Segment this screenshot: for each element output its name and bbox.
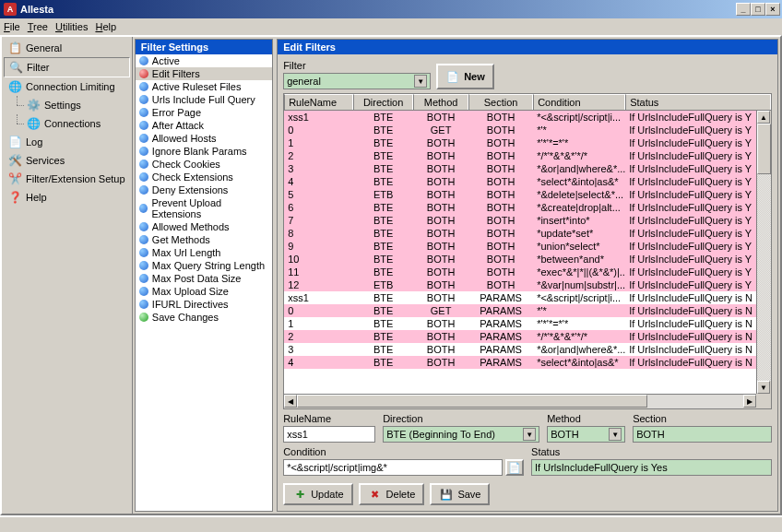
maximize-button[interactable]: □	[751, 3, 765, 16]
col-condition[interactable]: Condition	[533, 94, 625, 110]
filter-item-edit-filters[interactable]: Edit Filters	[136, 67, 272, 80]
table-row[interactable]: 1BTEBOTHPARAMS*'*'*=*'*If UrlsIncludeFul…	[284, 317, 756, 330]
table-row[interactable]: 12ETBBOTHBOTH*&var|num|substr|...If Urls…	[284, 278, 756, 291]
nav-item-help[interactable]: ❓Help	[4, 188, 130, 207]
hscroll-thumb[interactable]	[297, 395, 647, 408]
cell-method: BOTH	[413, 162, 468, 175]
window-title: Allesta	[17, 4, 736, 15]
cell-method: BOTH	[413, 330, 468, 343]
filter-item-after-attack[interactable]: After Attack	[136, 119, 272, 132]
scroll-up-icon[interactable]: ▲	[757, 111, 770, 124]
scroll-down-icon[interactable]: ▼	[757, 381, 770, 394]
menu-file[interactable]: File	[4, 21, 20, 32]
col-direction[interactable]: Direction	[353, 94, 413, 110]
nav-item-connections[interactable]: 🌐Connections	[4, 114, 130, 133]
nav-item-filter[interactable]: 🔍Filter	[4, 57, 130, 77]
cell-direction: BTE	[353, 253, 413, 266]
filter-item-active[interactable]: Active	[136, 54, 272, 67]
filter-item-check-extensions[interactable]: Check Extensions	[136, 171, 272, 183]
table-row[interactable]: 9BTEBOTHBOTH*union*select*If UrlsInclude…	[284, 240, 756, 253]
filter-item-get-methods[interactable]: Get Methods	[136, 233, 272, 246]
save-button[interactable]: 💾Save	[430, 483, 490, 505]
condition-input[interactable]: *<&script|/script|img&*	[283, 459, 503, 476]
cell-status: If UrlsIncludeFullQuery is N	[625, 291, 756, 304]
col-section[interactable]: Section	[468, 94, 533, 110]
hscroll-track[interactable]	[647, 395, 743, 408]
table-row[interactable]: 3BTEBOTHPARAMS*&or|and|where&*...If Urls…	[284, 343, 756, 356]
table-row[interactable]: 2BTEBOTHBOTH*/*'*&*&*'*/*If UrlsIncludeF…	[284, 149, 756, 162]
horizontal-scrollbar[interactable]: ◀ ▶	[284, 394, 756, 408]
vertical-scrollbar[interactable]: ▲ ▼	[756, 111, 771, 394]
scroll-right-icon[interactable]: ▶	[743, 395, 756, 408]
section-select[interactable]: BOTH	[633, 426, 772, 443]
filter-item-error-page[interactable]: Error Page	[136, 106, 272, 119]
filter-item-allowed-methods[interactable]: Allowed Methods	[136, 220, 272, 233]
col-rulename[interactable]: RuleName	[284, 94, 353, 110]
nav-item-services[interactable]: 🛠️Services	[4, 151, 130, 170]
update-button[interactable]: ✚Update	[283, 483, 352, 505]
menu-tree[interactable]: Tree	[28, 21, 48, 32]
filter-item-ignore-blank-params[interactable]: Ignore Blank Params	[136, 145, 272, 158]
method-value: BOTH	[551, 429, 579, 440]
cell-section: BOTH	[468, 149, 533, 162]
table-row[interactable]: 0BTEGETBOTH*'*If UrlsIncludeFullQuery is…	[284, 124, 756, 136]
table-row[interactable]: 3BTEBOTHBOTH*&or|and|where&*...If UrlsIn…	[284, 162, 756, 175]
cell-condition: *select*&into|as&*	[533, 175, 625, 188]
filter-item-allowed-hosts[interactable]: Allowed Hosts	[136, 132, 272, 145]
filter-item-save-changes[interactable]: Save Changes	[136, 311, 272, 324]
direction-select[interactable]: BTE (Beginning To End)▼	[383, 426, 539, 443]
nav-item-connection-limiting[interactable]: 🌐Connection Limiting	[4, 77, 130, 96]
col-status[interactable]: Status	[625, 94, 771, 110]
method-select[interactable]: BOTH▼	[547, 426, 625, 443]
filter-item-prevent-upload-extensions[interactable]: Prevent Upload Extensions	[136, 196, 272, 220]
nav-item-log[interactable]: 📄Log	[4, 133, 130, 151]
minimize-button[interactable]: _	[736, 3, 751, 16]
table-row[interactable]: 4BTEBOTHPARAMS*select*&into|as&*If UrlsI…	[284, 356, 756, 369]
table-row[interactable]: 8BTEBOTHBOTH*update*set*If UrlsIncludeFu…	[284, 227, 756, 240]
filter-item-max-url-length[interactable]: Max Url Length	[136, 246, 272, 259]
table-row[interactable]: 5ETBBOTHBOTH*&delete|select&*...If UrlsI…	[284, 188, 756, 201]
table-row[interactable]: 1BTEBOTHBOTH*'*'*=*'*If UrlsIncludeFullQ…	[284, 136, 756, 149]
table-row[interactable]: 0BTEGETPARAMS*'*If UrlsIncludeFullQuery …	[284, 304, 756, 317]
nav-item-settings[interactable]: ⚙️Settings	[4, 96, 130, 114]
filter-item-max-post-data-size[interactable]: Max Post Data Size	[136, 272, 272, 285]
filter-item-ifurl-directives[interactable]: IFURL Directives	[136, 298, 272, 311]
filter-item-check-cookies[interactable]: Check Cookies	[136, 158, 272, 171]
close-button[interactable]: ×	[765, 3, 780, 16]
table-row[interactable]: 10BTEBOTHBOTH*between*and*If UrlsInclude…	[284, 253, 756, 266]
table-row[interactable]: 4BTEBOTHBOTH*select*&into|as&*If UrlsInc…	[284, 175, 756, 188]
filter-item-active-ruleset-files[interactable]: Active Ruleset Files	[136, 80, 272, 93]
nav-item-general[interactable]: 📋General	[4, 39, 130, 57]
filter-selector[interactable]: general ▼	[283, 73, 431, 89]
table-row[interactable]: 11BTEBOTHBOTH*exec*&*|*||(&*&*)|...If Ur…	[284, 266, 756, 278]
col-method[interactable]: Method	[413, 94, 468, 110]
filter-item-label: Urls Include Full Query	[152, 94, 255, 105]
filter-item-max-upload-size[interactable]: Max Upload Size	[136, 285, 272, 298]
scroll-track[interactable]	[757, 174, 771, 381]
filter-item-label: Check Extensions	[152, 171, 233, 183]
scroll-thumb[interactable]	[757, 124, 771, 174]
nav-item-filter-extension-setup[interactable]: ✂️Filter/Extension Setup	[4, 170, 130, 188]
scroll-left-icon[interactable]: ◀	[284, 395, 297, 408]
rulename-input[interactable]: xss1	[283, 426, 375, 443]
condition-browse-button[interactable]: 📄	[505, 459, 524, 476]
cell-status: If UrlsIncludeFullQuery is Y	[625, 111, 756, 124]
filter-item-urls-include-full-query[interactable]: Urls Include Full Query	[136, 93, 272, 106]
new-filter-button[interactable]: 📄 New	[436, 64, 494, 89]
cell-condition: *&create|drop|alt...	[533, 201, 625, 214]
cell-status: If UrlsIncludeFullQuery is N	[625, 343, 756, 356]
filter-item-deny-extensions[interactable]: Deny Extensions	[136, 183, 272, 196]
table-row[interactable]: 7BTEBOTHBOTH*insert*into*If UrlsIncludeF…	[284, 214, 756, 227]
cell-method: BOTH	[413, 188, 468, 201]
menu-help[interactable]: Help	[95, 21, 116, 32]
menu-utilities[interactable]: Utilities	[55, 21, 88, 32]
table-row[interactable]: xss1BTEBOTHBOTH*<&script|/script|i...If …	[284, 111, 756, 124]
delete-button[interactable]: ✖Delete	[359, 483, 425, 505]
table-row[interactable]: 6BTEBOTHBOTH*&create|drop|alt...If UrlsI…	[284, 201, 756, 214]
filter-item-label: After Attack	[152, 120, 204, 131]
table-row[interactable]: 2BTEBOTHPARAMS*/*'*&*&*'*/*If UrlsInclud…	[284, 330, 756, 343]
status-display[interactable]: If UrlsIncludeFullQuery is Yes	[531, 459, 772, 476]
nav-label: Log	[26, 136, 42, 148]
table-row[interactable]: xss1BTEBOTHPARAMS*<&script|/script|i...I…	[284, 291, 756, 304]
filter-item-max-query-string-length[interactable]: Max Query String Length	[136, 259, 272, 272]
